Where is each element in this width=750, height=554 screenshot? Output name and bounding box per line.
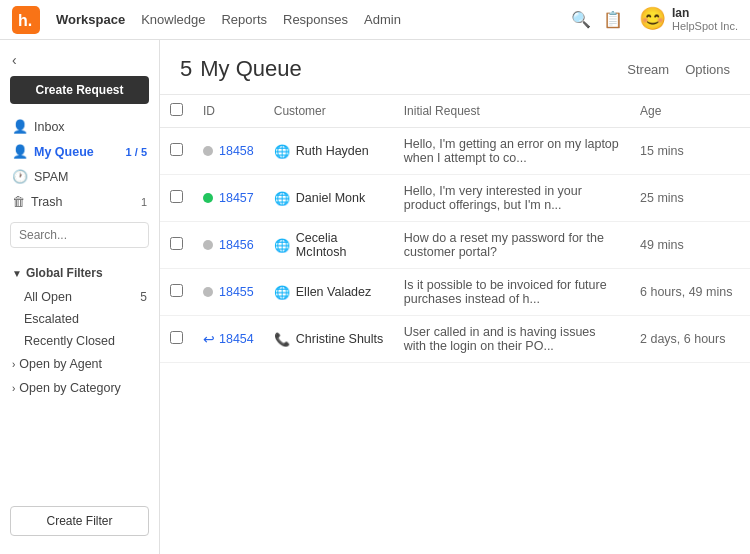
nav-reports[interactable]: Reports — [221, 12, 267, 27]
col-age[interactable]: Age — [630, 95, 750, 128]
row-request-cell: Hello, I'm very interested in your produ… — [394, 175, 630, 222]
trash-icon: 🗑 — [12, 194, 25, 209]
web-icon: 🌐 — [274, 191, 290, 206]
row-checkbox-4[interactable] — [170, 331, 183, 344]
row-id-link[interactable]: 18456 — [219, 238, 254, 252]
create-filter-button[interactable]: Create Filter — [10, 506, 149, 536]
status-dot-gray — [203, 146, 213, 156]
customer-cell-group: 🌐 Ruth Hayden — [274, 144, 384, 159]
row-checkbox-0[interactable] — [170, 143, 183, 156]
options-action[interactable]: Options — [685, 62, 730, 77]
row-id-cell: 18456 — [193, 222, 264, 269]
row-checkbox-1[interactable] — [170, 190, 183, 203]
row-customer-cell: 🌐 Daniel Monk — [264, 175, 394, 222]
layout: ‹ Create Request 👤 Inbox 👤 My Queue 1 / … — [0, 40, 750, 554]
svg-text:h.: h. — [18, 12, 32, 29]
sidebar-bottom: Create Filter — [0, 496, 159, 546]
nav-admin[interactable]: Admin — [364, 12, 401, 27]
sidebar-item-my-queue[interactable]: 👤 My Queue 1 / 5 — [0, 139, 159, 164]
queue-header: 5 My Queue Stream Options — [160, 40, 750, 95]
sidebar: ‹ Create Request 👤 Inbox 👤 My Queue 1 / … — [0, 40, 160, 554]
user-name: Ian — [672, 6, 689, 20]
logo[interactable]: h. — [12, 6, 40, 34]
row-request-cell: Is it possible to be invoiced for future… — [394, 269, 630, 316]
create-request-button[interactable]: Create Request — [10, 76, 149, 104]
row-age-cell: 2 days, 6 hours — [630, 316, 750, 363]
open-by-agent-header[interactable]: › Open by Agent — [0, 352, 159, 376]
row-id-link[interactable]: 18454 — [219, 332, 254, 346]
global-filters-header[interactable]: ▼ Global Filters — [12, 262, 147, 284]
search-input[interactable] — [10, 222, 149, 248]
row-age-cell: 6 hours, 49 mins — [630, 269, 750, 316]
table-row: 18455 🌐 Ellen Valadez Is it possible to … — [160, 269, 750, 316]
table-header-row: ID Customer Initial Request Age — [160, 95, 750, 128]
row-customer-cell: 🌐 Ellen Valadez — [264, 269, 394, 316]
user-avatar: 😊 — [639, 8, 666, 30]
customer-name: Cecelia McIntosh — [296, 231, 384, 259]
sidebar-item-inbox[interactable]: 👤 Inbox — [0, 114, 159, 139]
row-checkbox-2[interactable] — [170, 237, 183, 250]
id-status-group: ↩ 18454 — [203, 331, 254, 347]
nav-workspace-label[interactable]: Workspace — [56, 12, 125, 27]
open-by-category-chevron: › — [12, 383, 15, 394]
sidebar-spam-label: SPAM — [34, 170, 69, 184]
customer-name: Daniel Monk — [296, 191, 365, 205]
col-checkbox — [160, 95, 193, 128]
escalated-label: Escalated — [24, 312, 79, 326]
nav-links: Knowledge Reports Responses Admin — [141, 12, 401, 27]
select-all-checkbox[interactable] — [170, 103, 183, 116]
trash-badge: 1 — [141, 196, 147, 208]
queue-table-body: 18458 🌐 Ruth Hayden Hello, I'm getting a… — [160, 128, 750, 363]
customer-cell-group: 📞 Christine Shults — [274, 332, 384, 347]
nav-responses[interactable]: Responses — [283, 12, 348, 27]
row-id-link[interactable]: 18457 — [219, 191, 254, 205]
sidebar-item-spam[interactable]: 🕐 SPAM — [0, 164, 159, 189]
request-text: Hello, I'm getting an error on my laptop… — [404, 137, 619, 165]
row-id-cell: 18458 — [193, 128, 264, 175]
row-checkbox-cell — [160, 269, 193, 316]
row-checkbox-cell — [160, 175, 193, 222]
sidebar-back: ‹ — [0, 48, 159, 76]
sidebar-inbox-label: Inbox — [34, 120, 65, 134]
all-open-badge: 5 — [140, 290, 147, 304]
global-filters-section: ▼ Global Filters — [0, 256, 159, 286]
web-icon: 🌐 — [274, 285, 290, 300]
top-nav: h. Workspace Knowledge Reports Responses… — [0, 0, 750, 40]
sidebar-sub-all-open[interactable]: All Open 5 — [0, 286, 159, 308]
request-text: How do a reset my password for the custo… — [404, 231, 604, 259]
row-checkbox-3[interactable] — [170, 284, 183, 297]
queue-count: 5 — [180, 56, 192, 82]
customer-cell-group: 🌐 Daniel Monk — [274, 191, 384, 206]
open-by-agent-chevron: › — [12, 359, 15, 370]
user-area[interactable]: 😊 Ian HelpSpot Inc. — [639, 6, 738, 34]
row-age-cell: 15 mins — [630, 128, 750, 175]
open-by-category-header[interactable]: › Open by Category — [0, 376, 159, 400]
table-row: ↩ 18454 📞 Christine Shults User called i… — [160, 316, 750, 363]
stream-action[interactable]: Stream — [627, 62, 669, 77]
open-by-agent-label: Open by Agent — [19, 357, 102, 371]
search-icon[interactable]: 🔍 — [571, 10, 591, 29]
phone-icon: 📞 — [274, 332, 290, 347]
global-filters-chevron: ▼ — [12, 268, 22, 279]
row-id-cell: 18457 — [193, 175, 264, 222]
col-id[interactable]: ID — [193, 95, 264, 128]
status-dot-gray — [203, 287, 213, 297]
sidebar-item-trash[interactable]: 🗑 Trash 1 — [0, 189, 159, 214]
customer-name: Ellen Valadez — [296, 285, 372, 299]
id-status-group: 18456 — [203, 238, 254, 252]
reply-icon: ↩ — [203, 331, 215, 347]
nav-knowledge[interactable]: Knowledge — [141, 12, 205, 27]
row-checkbox-cell — [160, 128, 193, 175]
row-id-link[interactable]: 18455 — [219, 285, 254, 299]
col-customer[interactable]: Customer — [264, 95, 394, 128]
spam-icon: 🕐 — [12, 169, 28, 184]
my-queue-icon: 👤 — [12, 144, 28, 159]
col-request[interactable]: Initial Request — [394, 95, 630, 128]
sidebar-sub-escalated[interactable]: Escalated — [0, 308, 159, 330]
sidebar-sub-recently-closed[interactable]: Recently Closed — [0, 330, 159, 352]
notes-icon[interactable]: 📋 — [603, 10, 623, 29]
row-request-cell: User called in and is having issues with… — [394, 316, 630, 363]
row-customer-cell: 🌐 Cecelia McIntosh — [264, 222, 394, 269]
row-id-link[interactable]: 18458 — [219, 144, 254, 158]
back-button[interactable]: ‹ — [12, 52, 17, 68]
